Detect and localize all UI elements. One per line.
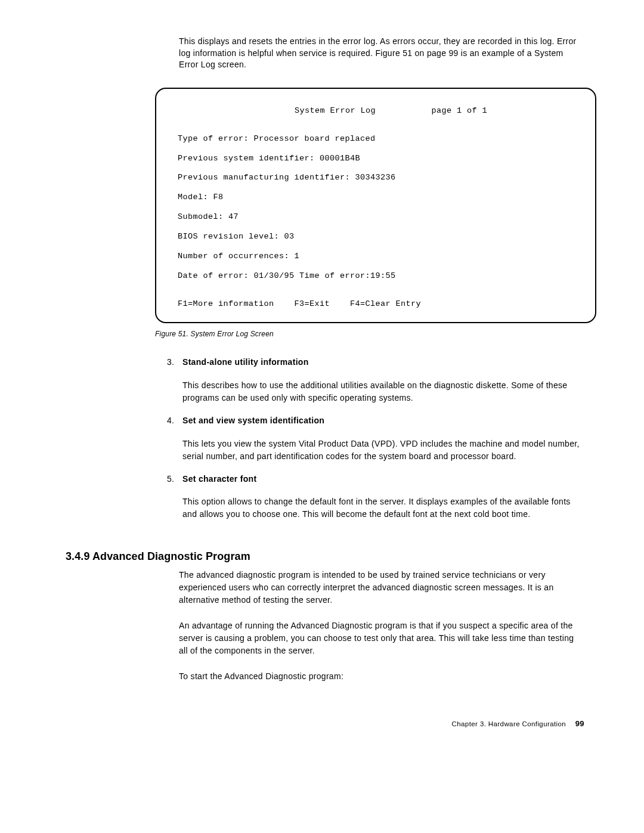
screen-line: Model: F8 [178, 192, 577, 203]
list-item: 5. Set character font [167, 473, 584, 485]
list-item: 4. Set and view system identification [167, 415, 584, 427]
screen-line: Type of error: Processor board replaced [178, 134, 577, 145]
section-heading: 3.4.9 Advanced Diagnostic Program [66, 549, 584, 564]
list-number: 3. [167, 357, 179, 368]
section-paragraph: To start the Advanced Diagnostic program… [179, 670, 584, 683]
section-paragraph: The advanced diagnostic program is inten… [179, 569, 584, 606]
list-title: Stand-alone utility information [182, 357, 309, 368]
screen-function-keys: F1=More information F3=Exit F4=Clear Ent… [178, 299, 577, 310]
page-footer: Chapter 3. Hardware Configuration 99 [66, 719, 584, 729]
screen-title: System Error Log page 1 of 1 [174, 106, 577, 117]
screen-line: BIOS revision level: 03 [178, 231, 577, 243]
list-item: 3. Stand-alone utility information [167, 357, 584, 368]
list-number: 5. [167, 473, 179, 485]
screen-line: Submodel: 47 [178, 212, 577, 223]
list-title: Set character font [182, 473, 256, 485]
figure-caption: Figure 51. System Error Log Screen [155, 329, 584, 339]
list-number: 4. [167, 415, 179, 427]
intro-paragraph: This displays and resets the entries in … [179, 36, 584, 71]
list-title: Set and view system identification [182, 415, 324, 427]
footer-page-number: 99 [575, 719, 584, 728]
list-description: This option allows to change the default… [182, 496, 584, 521]
screen-line: Previous system identifier: 00001B4B [178, 153, 577, 165]
footer-text: Chapter 3. Hardware Configuration [452, 720, 566, 727]
list-description: This describes how to use the additional… [182, 379, 584, 404]
section-paragraph: An advantage of running the Advanced Dia… [179, 620, 584, 657]
screen-line: Date of error: 01/30/95 Time of error:19… [178, 271, 577, 282]
screen-line: Previous manufacturing identifier: 30343… [178, 172, 577, 184]
list-description: This lets you view the system Vital Prod… [182, 438, 584, 463]
screen-line: Number of occurrences: 1 [178, 251, 577, 262]
system-error-log-screen: System Error Log page 1 of 1 Type of err… [155, 88, 596, 323]
